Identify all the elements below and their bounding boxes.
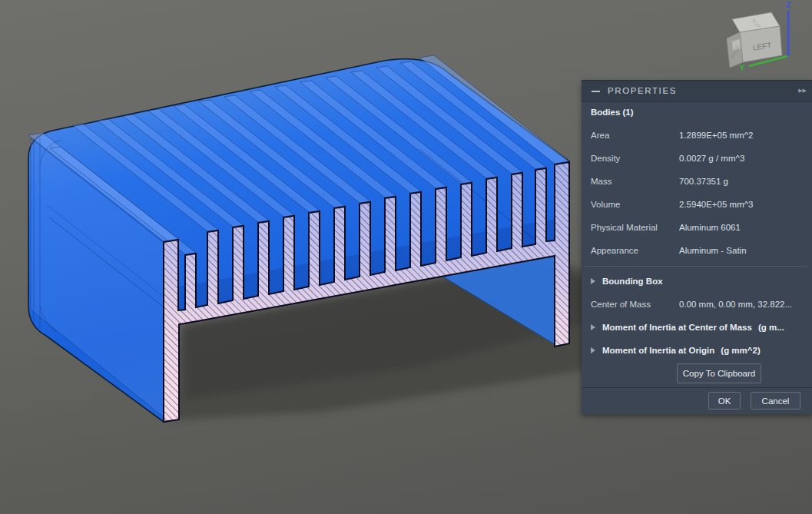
property-row-physical-material: Physical Material Aluminum 6061: [591, 221, 658, 234]
y-axis-label: Y: [739, 63, 745, 72]
footer-divider: [582, 387, 812, 388]
property-label: Area: [591, 131, 609, 140]
moi-origin-section[interactable]: Moment of Inertia at Origin(g mm^2): [591, 344, 761, 356]
property-value: Aluminum - Satin: [679, 244, 747, 257]
bounding-box-section[interactable]: Bounding Box: [591, 275, 663, 287]
property-value: 700.37351 g: [679, 175, 728, 187]
property-row-appearance: Appearance Aluminum - Satin: [591, 244, 638, 257]
cancel-button[interactable]: Cancel: [751, 392, 800, 410]
3d-viewport[interactable]: LEFT BACK TOP Z Y PROPERTIES ▶▶ Bodies (…: [0, 0, 812, 514]
expand-panel-icon[interactable]: ▶▶: [798, 88, 807, 94]
property-row-volume: Volume 2.5940E+05 mm^3: [591, 198, 620, 211]
center-of-mass-row: Center of Mass 0.00 mm, 0.00 mm, 32.822.…: [591, 298, 651, 310]
property-row-density: Density 0.0027 g / mm^3: [591, 152, 620, 164]
properties-panel: PROPERTIES ▶▶ Bodies (1) Area 1.2899E+05…: [582, 80, 812, 414]
property-value: 0.0027 g / mm^3: [679, 152, 744, 164]
collapse-icon[interactable]: [592, 91, 600, 92]
panel-title: PROPERTIES: [608, 86, 677, 95]
property-value: 1.2899E+05 mm^2: [679, 129, 754, 141]
expand-arrow-icon[interactable]: [591, 278, 595, 284]
moi-center-section[interactable]: Moment of Inertia at Center of Mass(g m.…: [591, 321, 784, 333]
property-value: Aluminum 6061: [679, 221, 741, 234]
bodies-group-title: Bodies (1): [591, 106, 634, 118]
copy-to-clipboard-button[interactable]: Copy To Clipboard: [677, 363, 761, 383]
section-divider: [585, 266, 809, 267]
expand-arrow-icon[interactable]: [591, 347, 595, 353]
property-label: Appearance: [591, 246, 638, 255]
view-cube[interactable]: LEFT BACK TOP Z Y: [727, 0, 791, 72]
property-label: Volume: [591, 200, 620, 209]
property-label: Center of Mass: [591, 300, 651, 309]
property-row-area: Area 1.2899E+05 mm^2: [591, 129, 609, 141]
expand-arrow-icon[interactable]: [591, 324, 595, 330]
property-value: 2.5940E+05 mm^3: [679, 198, 754, 211]
properties-panel-header[interactable]: PROPERTIES ▶▶: [582, 81, 812, 102]
property-label: Mass: [591, 177, 611, 186]
property-label: Physical Material: [591, 223, 658, 232]
ok-button[interactable]: OK: [708, 392, 741, 410]
property-value: 0.00 mm, 0.00 mm, 32.822...: [679, 298, 792, 310]
z-axis-label: Z: [786, 0, 791, 9]
property-label: Density: [591, 154, 620, 163]
property-row-mass: Mass 700.37351 g: [591, 175, 611, 187]
